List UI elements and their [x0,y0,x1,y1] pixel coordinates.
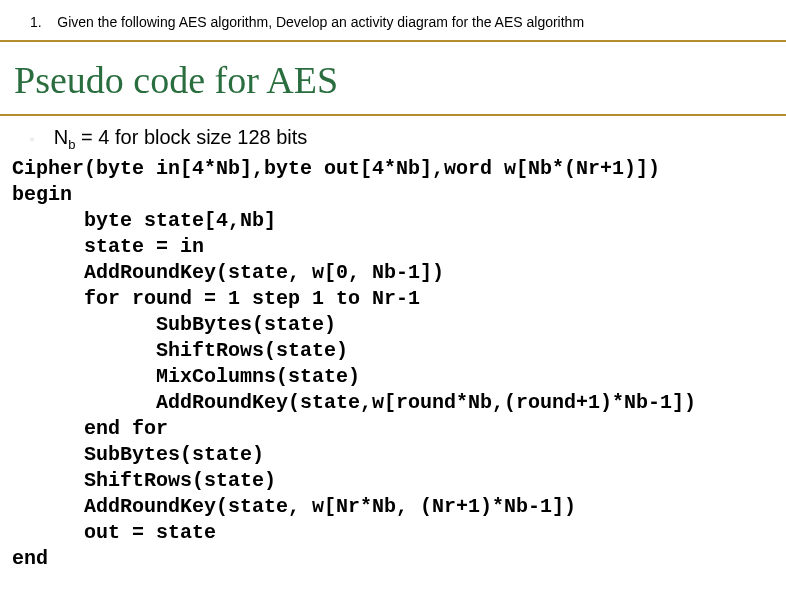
question-header: 1. Given the following AES algorithm, De… [0,0,786,42]
content-area: ▫ Nb = 4 for block size 128 bits Cipher(… [0,116,786,572]
bullet-icon: ▫ [30,132,34,146]
bullet-prefix: N [54,126,68,148]
code-line: state = in [12,234,774,260]
code-line: SubBytes(state) [12,442,774,468]
code-line: end [12,546,774,572]
code-line: out = state [12,520,774,546]
page-title: Pseudo code for AES [0,42,786,114]
pseudocode-block: Cipher(byte in[4*Nb],byte out[4*Nb],word… [10,154,776,572]
bullet-suffix: = 4 for block size 128 bits [76,126,308,148]
code-line: MixColumns(state) [12,364,774,390]
code-line: AddRoundKey(state, w[Nr*Nb, (Nr+1)*Nb-1]… [12,494,774,520]
code-line: byte state[4,Nb] [12,208,774,234]
code-line: ShiftRows(state) [12,338,774,364]
code-line: ShiftRows(state) [12,468,774,494]
code-line: Cipher(byte in[4*Nb],byte out[4*Nb],word… [12,156,774,182]
question-number: 1. [30,14,42,30]
code-line: end for [12,416,774,442]
question-text: Given the following AES algorithm, Devel… [57,14,584,30]
code-line: begin [12,182,774,208]
code-line: for round = 1 step 1 to Nr-1 [12,286,774,312]
code-line: AddRoundKey(state,w[round*Nb,(round+1)*N… [12,390,774,416]
code-line: SubBytes(state) [12,312,774,338]
bullet-line: ▫ Nb = 4 for block size 128 bits [10,124,776,154]
code-line: AddRoundKey(state, w[0, Nb-1]) [12,260,774,286]
bullet-subscript: b [68,137,75,152]
